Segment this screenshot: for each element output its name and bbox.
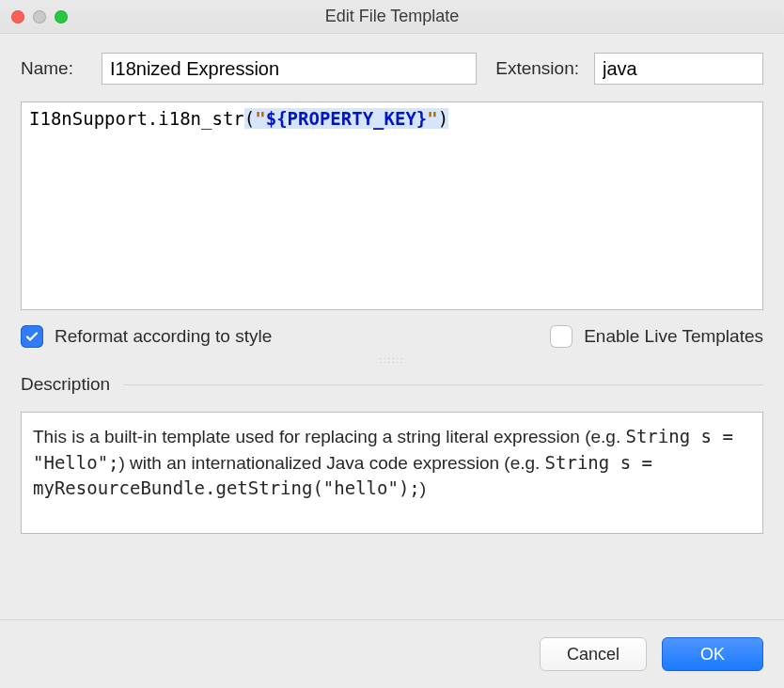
description-title: Description bbox=[21, 374, 110, 395]
cancel-button[interactable]: Cancel bbox=[540, 637, 647, 671]
name-extension-row: Name: Extension: bbox=[21, 53, 763, 85]
dialog-footer: Cancel OK bbox=[0, 619, 784, 688]
zoom-icon[interactable] bbox=[55, 10, 68, 23]
string-quote-close: " bbox=[427, 108, 437, 129]
desc-text-1: This is a built-in template used for rep… bbox=[33, 427, 625, 446]
desc-text-2: ) with an internationalized Java code ex… bbox=[119, 453, 545, 473]
paren-close: ) bbox=[438, 108, 448, 129]
template-variable: ${PROPERTY_KEY} bbox=[266, 108, 428, 129]
name-input[interactable] bbox=[102, 53, 477, 85]
code-text: I18nSupport.i18n_str bbox=[29, 108, 244, 129]
resize-grip-icon[interactable]: :::::: bbox=[21, 355, 763, 365]
close-icon[interactable] bbox=[11, 10, 24, 23]
minimize-icon bbox=[33, 10, 46, 23]
reformat-checkbox[interactable]: Reformat according to style bbox=[21, 325, 272, 348]
template-editor[interactable]: I18nSupport.i18n_str("${PROPERTY_KEY}") bbox=[21, 102, 763, 310]
window-controls bbox=[11, 10, 68, 23]
name-label: Name: bbox=[21, 58, 86, 79]
live-templates-checkbox[interactable]: Enable Live Templates bbox=[550, 325, 763, 348]
window-title: Edit File Template bbox=[0, 7, 784, 26]
divider bbox=[123, 384, 763, 385]
title-bar: Edit File Template bbox=[0, 0, 784, 34]
paren-open: ( bbox=[244, 108, 255, 129]
ok-button[interactable]: OK bbox=[662, 637, 763, 671]
description-box[interactable]: This is a built-in template used for rep… bbox=[21, 412, 763, 534]
description-section: Description bbox=[21, 374, 763, 395]
live-templates-label: Enable Live Templates bbox=[584, 326, 763, 347]
extension-input[interactable] bbox=[594, 53, 763, 85]
desc-text-3: ) bbox=[420, 478, 426, 498]
string-quote-open: " bbox=[255, 108, 265, 129]
checkbox-checked-icon bbox=[21, 325, 43, 348]
extension-label: Extension: bbox=[492, 58, 579, 79]
checkbox-unchecked-icon bbox=[550, 325, 572, 348]
reformat-label: Reformat according to style bbox=[55, 326, 272, 347]
